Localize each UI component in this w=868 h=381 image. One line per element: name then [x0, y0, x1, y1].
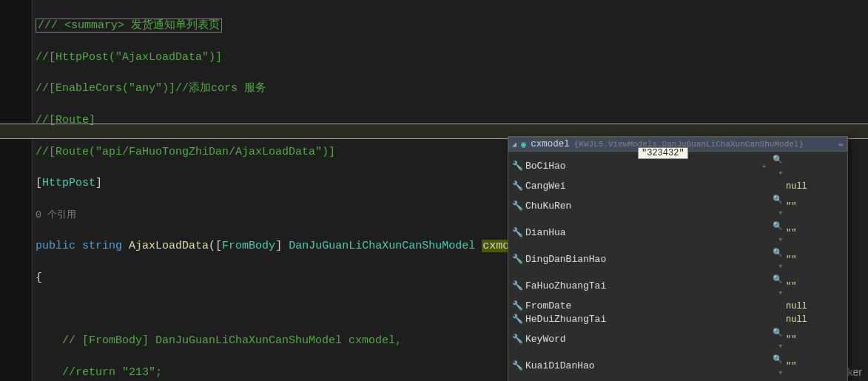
wrench-icon: 🔧: [512, 180, 522, 193]
property-value: "": [786, 226, 844, 240]
property-name: FaHuoZhuangTai: [525, 280, 755, 293]
attribute-httppost: HttpPost: [42, 177, 95, 189]
magnifier-icon[interactable]: 🔍▾: [770, 246, 783, 273]
property-value: "": [786, 360, 844, 373]
keyword-string: string: [82, 240, 122, 252]
magnifier-icon[interactable]: 🔍▾: [770, 153, 783, 180]
wrench-icon: 🔧: [512, 160, 522, 173]
debug-properties-list: 🔧BoCiHao▸🔍▾🔧CangWeinull🔧ChuKuRen🔍▾""🔧Dia…: [508, 152, 847, 381]
xml-doc-summary: /// <summary> 发货通知单列表页: [36, 18, 222, 33]
wrench-icon: 🔧: [512, 226, 522, 240]
code-comment: //[EnableCors("any")]: [36, 82, 175, 95]
property-value: "": [786, 280, 844, 293]
bracket: ]: [95, 177, 102, 189]
code-comment: //添加cors 服务: [175, 82, 266, 95]
property-name: CangWei: [525, 180, 755, 193]
type-model: DanJuGuanLiChaXunCanShuModel: [289, 240, 475, 252]
property-name: KuaiDiDanHao: [525, 360, 755, 373]
wrench-icon: 🔧: [512, 300, 522, 313]
editor-gutter: ▾: [0, 0, 33, 381]
debug-property-row[interactable]: 🔧KeyWord🔍▾"": [510, 326, 846, 353]
method-name: AjaxLoadData: [129, 240, 209, 252]
code-comment: // [FromBody] DanJuGuanLiChaXunCanShuMod…: [62, 334, 402, 347]
property-name: DianHua: [525, 226, 755, 240]
wrench-icon: 🔧: [512, 360, 522, 373]
debug-property-row[interactable]: 🔧HeDuiZhuangTainull: [510, 313, 846, 326]
property-value: null: [786, 180, 844, 193]
property-name: BoCiHao: [525, 160, 755, 173]
code-comment: //[HttpPost("AjaxLoadData")]: [36, 50, 865, 65]
magnifier-icon[interactable]: 🔍▾: [770, 193, 783, 220]
property-name: KeyWord: [525, 333, 755, 346]
wrench-icon: 🔧: [512, 313, 522, 326]
magnifier-icon[interactable]: 🔍▾: [770, 353, 783, 380]
expand-arrow-icon[interactable]: ◢: [512, 140, 517, 149]
debug-property-row[interactable]: 🔧DingDanBianHao🔍▾"": [510, 246, 846, 273]
pin-icon[interactable]: ⇹: [838, 138, 844, 150]
attribute-frombody: FromBody: [222, 240, 275, 252]
debug-property-row[interactable]: 🔧KuaiDiDanHao🔍▾"": [510, 353, 846, 380]
wrench-icon: 🔧: [512, 253, 522, 266]
property-name: ChuKuRen: [525, 200, 755, 213]
property-name: HeDuiZhuangTai: [525, 313, 755, 326]
magnifier-icon[interactable]: 🔍▾: [770, 220, 783, 246]
wrench-icon: 🔧: [512, 280, 522, 293]
debug-property-row[interactable]: 🔧FromDatenull: [510, 300, 846, 313]
object-icon: ◉: [521, 139, 526, 150]
property-value: "": [786, 200, 844, 213]
wrench-icon: 🔧: [512, 333, 522, 346]
debug-var-name: cxmodel: [531, 139, 570, 149]
magnifier-icon[interactable]: 🔍▾: [770, 273, 783, 300]
debug-var-type: {KWJL5.ViewModels.DanJuGuanLiChaXunCanSh…: [574, 140, 834, 149]
property-value: "": [786, 333, 844, 346]
debug-property-row[interactable]: 🔧FaHuoZhuangTai🔍▾"": [510, 273, 846, 300]
debug-datatip-popup[interactable]: ◢ ◉ cxmodel {KWJL5.ViewModels.DanJuGuanL…: [508, 136, 848, 381]
code-comment: //return "213";: [62, 366, 162, 379]
debug-property-row[interactable]: 🔧CangWeinull: [510, 180, 846, 193]
property-value: null: [786, 300, 844, 313]
debug-property-row[interactable]: 🔧DianHua🔍▾"": [510, 220, 846, 246]
property-value: null: [786, 313, 844, 326]
wrench-icon: 🔧: [512, 200, 522, 213]
code-comment: //[Route]: [36, 112, 865, 128]
value-tooltip: "323432": [638, 147, 688, 159]
expand-arrow-icon[interactable]: ▸: [758, 160, 767, 173]
magnifier-icon[interactable]: 🔍▾: [770, 326, 783, 353]
bracket: [: [36, 177, 42, 189]
property-name: DingDanBianHao: [525, 253, 755, 266]
property-name: FromDate: [525, 300, 755, 313]
property-value: "": [786, 253, 844, 266]
keyword-public: public: [36, 240, 75, 252]
debug-property-row[interactable]: 🔧ChuKuRen🔍▾"": [510, 193, 846, 220]
